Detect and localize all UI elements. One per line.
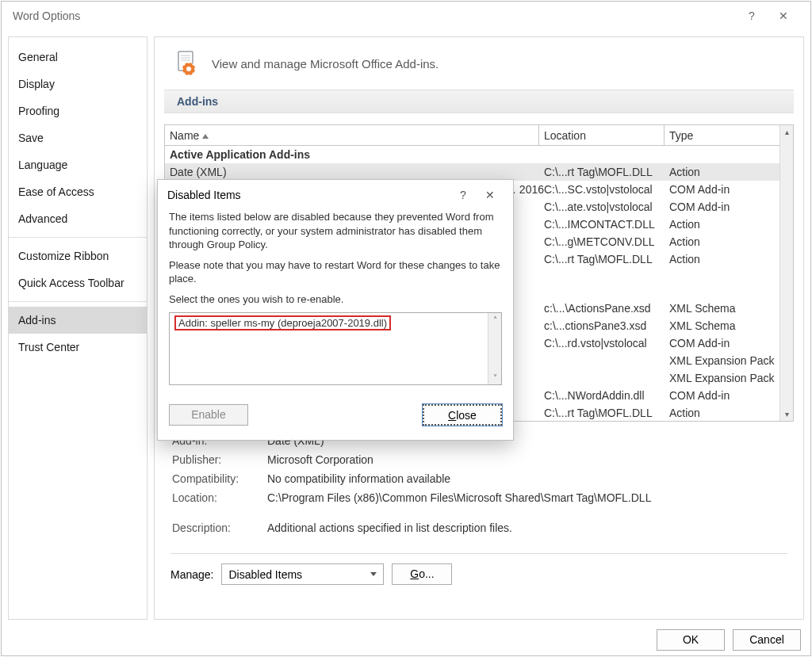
disabled-items-dialog: Disabled Items ? ✕ The items listed belo… bbox=[157, 179, 514, 441]
window-title: Word Options bbox=[13, 2, 736, 30]
enable-button[interactable]: Enable bbox=[169, 404, 248, 426]
sidebar: General Display Proofing Save Language E… bbox=[8, 36, 147, 620]
svg-line-11 bbox=[193, 73, 194, 74]
group-active: Active Application Add-ins bbox=[165, 146, 793, 163]
manage-select[interactable]: Disabled Items bbox=[221, 563, 384, 585]
svg-line-10 bbox=[183, 63, 185, 65]
scroll-up-icon[interactable]: ˄ bbox=[488, 313, 501, 327]
dialog-text-2: Please note that you may have to restart… bbox=[169, 258, 502, 286]
scroll-up-icon[interactable]: ▴ bbox=[780, 125, 793, 139]
word-options-window: Word Options ? ✕ General Display Proofin… bbox=[1, 1, 811, 656]
sidebar-separator bbox=[9, 237, 147, 238]
dialog-text-1: The items listed below are disabled beca… bbox=[169, 210, 502, 252]
table-row[interactable]: Date (XML)C:\...rt Tag\MOFL.DLLAction bbox=[165, 163, 793, 181]
sidebar-item-add-ins[interactable]: Add-ins bbox=[9, 307, 147, 334]
titlebar: Word Options ? ✕ bbox=[2, 2, 810, 30]
cancel-button[interactable]: Cancel bbox=[733, 629, 801, 651]
help-icon[interactable]: ? bbox=[736, 2, 768, 30]
footer-buttons: OK Cancel bbox=[657, 629, 801, 651]
manage-label: Manage: bbox=[170, 568, 213, 581]
detail-location-label: Location: bbox=[172, 491, 267, 504]
listbox-scrollbar[interactable]: ˄ ˅ bbox=[488, 313, 501, 384]
sort-asc-icon bbox=[202, 134, 209, 139]
close-button[interactable]: Close bbox=[423, 404, 502, 426]
sidebar-item-display[interactable]: Display bbox=[9, 71, 147, 97]
sidebar-item-proofing[interactable]: Proofing bbox=[9, 97, 147, 124]
sidebar-item-general[interactable]: General bbox=[9, 44, 147, 71]
scroll-down-icon[interactable]: ▾ bbox=[780, 407, 793, 421]
sidebar-item-quick-access-toolbar[interactable]: Quick Access Toolbar bbox=[9, 269, 147, 296]
divider bbox=[170, 553, 787, 554]
addins-page-icon bbox=[174, 50, 199, 77]
manage-row: Manage: Disabled Items Go... bbox=[155, 563, 803, 591]
chevron-down-icon bbox=[370, 572, 377, 576]
column-location[interactable]: Location bbox=[539, 125, 665, 145]
sidebar-item-language[interactable]: Language bbox=[9, 151, 147, 178]
sidebar-item-advanced[interactable]: Advanced bbox=[9, 205, 147, 232]
go-button[interactable]: Go... bbox=[392, 563, 452, 585]
ok-button[interactable]: OK bbox=[657, 629, 725, 651]
sidebar-item-ease-of-access[interactable]: Ease of Access bbox=[9, 178, 147, 205]
dialog-close-icon[interactable]: ✕ bbox=[477, 189, 504, 201]
detail-compat-value: No compatibility information available bbox=[267, 472, 786, 485]
svg-point-5 bbox=[186, 67, 191, 71]
dialog-text-3: Select the ones you wish to re-enable. bbox=[169, 292, 502, 307]
section-addins-label: Add-ins bbox=[164, 90, 794, 113]
sidebar-item-save[interactable]: Save bbox=[9, 124, 147, 151]
table-header: Name Location Type bbox=[165, 125, 793, 146]
close-icon[interactable]: ✕ bbox=[768, 2, 799, 30]
column-type[interactable]: Type bbox=[665, 125, 793, 145]
column-name[interactable]: Name bbox=[165, 125, 539, 145]
svg-line-12 bbox=[183, 73, 185, 74]
disabled-item-row[interactable]: Addin: speller ms-my (deproeja2007-2019.… bbox=[174, 315, 391, 330]
table-scrollbar[interactable]: ▴ ▾ bbox=[779, 125, 793, 421]
detail-publisher-label: Publisher: bbox=[172, 453, 267, 466]
sidebar-item-trust-center[interactable]: Trust Center bbox=[9, 334, 147, 361]
addin-details: Add-in:Date (XML) Publisher:Microsoft Co… bbox=[164, 431, 794, 537]
page-heading: View and manage Microsoft Office Add-ins… bbox=[212, 57, 439, 71]
scroll-down-icon[interactable]: ˅ bbox=[488, 371, 501, 384]
dialog-help-icon[interactable]: ? bbox=[450, 189, 477, 201]
svg-line-13 bbox=[193, 63, 194, 65]
detail-description-value: Additional actions specified in list des… bbox=[267, 521, 786, 534]
disabled-items-listbox[interactable]: Addin: speller ms-my (deproeja2007-2019.… bbox=[169, 312, 502, 385]
manage-select-value: Disabled Items bbox=[228, 568, 302, 581]
detail-compat-label: Compatibility: bbox=[172, 472, 267, 485]
detail-publisher-value: Microsoft Corporation bbox=[267, 453, 786, 466]
dialog-title: Disabled Items bbox=[167, 189, 450, 201]
sidebar-item-customize-ribbon[interactable]: Customize Ribbon bbox=[9, 243, 147, 269]
sidebar-separator bbox=[9, 301, 147, 302]
detail-location-value: C:\Program Files (x86)\Common Files\Micr… bbox=[267, 491, 786, 504]
detail-description-label: Description: bbox=[172, 521, 267, 534]
